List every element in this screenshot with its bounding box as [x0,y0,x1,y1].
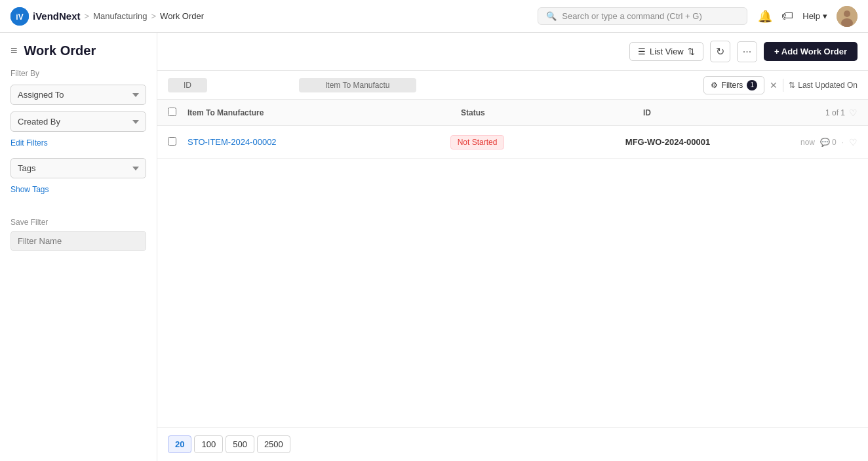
sidebar-header: ≡ Work Order [10,43,146,58]
list-header-filters: ⚙ Filters 1 ✕ ⇅ Last Updated On [703,76,858,94]
show-tags-link[interactable]: Show Tags [10,185,146,194]
list-header-id: ID [168,78,299,92]
app-layout: ≡ Work Order Filter By Assigned To Creat… [0,33,868,461]
pagination: 20 100 500 2500 [157,427,868,461]
comment-count: 0 [832,138,837,147]
col-count: 1 of 1 ♡ [825,108,858,118]
refresh-icon: ↻ [716,46,724,57]
filters-button[interactable]: ⚙ Filters 1 [703,76,765,94]
sort-label: Last Updated On [798,81,858,90]
help-button[interactable]: Help ▾ [802,11,827,21]
filter-label: Filters [722,81,743,90]
heart-icon[interactable]: ♡ [849,108,858,118]
list-header-item: Item To Manufactu [299,78,703,92]
save-filter-label: Save Filter [10,218,146,227]
svg-text:iV: iV [16,12,23,22]
sort-icon: ⇅ [789,81,795,90]
row-comment-button[interactable]: 💬 0 [820,138,837,147]
search-icon: 🔍 [546,11,557,21]
sidebar: ≡ Work Order Filter By Assigned To Creat… [0,33,157,461]
more-icon: ··· [743,46,751,57]
breadcrumb-sep2: > [151,11,157,21]
col-header-id: ID [643,108,825,117]
app-logo[interactable]: iV iVendNext [10,7,81,26]
row-actions: now 💬 0 · ♡ [800,137,858,148]
filter-name-input[interactable] [10,231,146,251]
col-header-item: Item To Manufacture [187,108,461,117]
main-content: ☰ List View ⇅ ↻ ··· + Add Work Order ID … [157,33,868,461]
row-id: MFG-WO-2024-00001 [625,137,800,147]
sidebar-menu-icon[interactable]: ≡ [10,44,18,58]
page-btn-500[interactable]: 500 [226,435,254,453]
more-button[interactable]: ··· [737,41,757,62]
comment-icon: 💬 [820,138,830,147]
search-bar[interactable]: 🔍 Search or type a command (Ctrl + G) [538,7,747,25]
avatar[interactable] [837,6,858,27]
row-status: Not Started [450,135,625,150]
divider [783,79,783,92]
toolbar: ☰ List View ⇅ ↻ ··· + Add Work Order [157,33,868,71]
dot-separator: · [842,138,844,147]
view-chevron-icon: ⇅ [688,47,695,56]
assigned-to-select[interactable]: Assigned To [10,85,146,105]
add-label: + Add Work Order [774,47,847,56]
select-all-checkbox[interactable] [168,108,176,116]
logo-icon: iV [10,7,29,26]
list-icon: ☰ [638,47,646,56]
app-name: iVendNext [33,10,81,22]
table-row[interactable]: STO-ITEM-2024-00002 Not Started MFG-WO-2… [157,126,868,159]
item-placeholder: Item To Manufactu [299,78,416,92]
table-container: Item To Manufacture Status ID 1 of 1 ♡ [157,100,868,427]
notification-icon[interactable]: 🔔 [758,9,772,24]
breadcrumb-work-order: Work Order [160,11,204,21]
search-placeholder: Search or type a command (Ctrl + G) [562,11,702,21]
help-chevron-icon: ▾ [823,11,827,21]
tags-select[interactable]: Tags [10,158,146,178]
filter-badge: 1 [747,80,757,90]
breadcrumb-sep1: > [85,11,90,21]
created-by-select[interactable]: Created By [10,111,146,132]
page-btn-20[interactable]: 20 [168,435,191,453]
filter-clear-button[interactable]: ✕ [770,80,778,90]
page-btn-100[interactable]: 100 [194,435,223,453]
row-checkbox[interactable] [168,137,176,146]
edit-filters-link[interactable]: Edit Filters [10,138,146,148]
sort-button[interactable]: ⇅ Last Updated On [789,81,858,90]
table-col-header: Item To Manufacture Status ID 1 of 1 ♡ [157,100,868,126]
breadcrumb: > Manufacturing > Work Order [85,11,205,21]
row-checkbox-cell [168,137,187,148]
nav-icons: 🔔 🏷 Help ▾ [758,6,858,27]
status-badge: Not Started [450,135,505,150]
refresh-button[interactable]: ↻ [710,41,730,62]
row-heart-icon[interactable]: ♡ [849,137,858,148]
top-navigation: iV iVendNext > Manufacturing > Work Orde… [0,0,868,33]
col-check [168,108,187,118]
list-filter-bar: ID Item To Manufactu ⚙ Filters 1 ✕ ⇅ Las… [157,71,868,100]
row-time: now [800,138,815,147]
col-header-status: Status [461,108,643,117]
row-count: 1 of 1 [825,108,845,117]
filter-funnel-icon: ⚙ [711,81,718,90]
page-btn-2500[interactable]: 2500 [257,435,290,453]
row-item[interactable]: STO-ITEM-2024-00002 [187,137,450,147]
add-work-order-button[interactable]: + Add Work Order [764,42,858,61]
breadcrumb-manufacturing[interactable]: Manufacturing [93,11,147,21]
view-select-button[interactable]: ☰ List View ⇅ [629,42,703,61]
svg-point-3 [844,10,850,17]
page-title: Work Order [24,43,96,58]
filter-by-label: Filter By [10,69,146,78]
help-label: Help [802,11,820,21]
tag-icon[interactable]: 🏷 [781,9,793,23]
id-placeholder: ID [168,78,207,92]
view-label: List View [650,47,684,56]
